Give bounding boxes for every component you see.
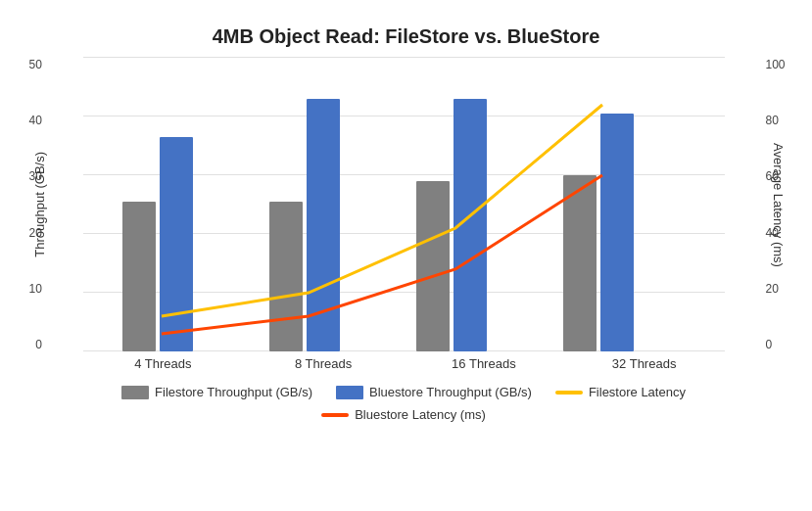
legend-label-filestore-throughput: Filestore Throughput (GB/s) [155,385,312,399]
x-label-32threads: 32 Threads [564,356,725,371]
chart-title: 4MB Object Read: FileStore vs. BlueStore [24,16,788,48]
legend-box-blue [336,386,363,399]
x-label-8threads: 8 Threads [243,356,404,371]
bar-group-1 [122,137,201,351]
chart-area: 50 40 30 20 10 0 Throughput (GB/s) 100 8… [83,58,725,351]
bar-filestore-4 [563,175,597,351]
x-label-4threads: 4 Threads [83,356,244,371]
bar-bluestore-4 [600,114,634,351]
bar-filestore-1 [122,202,156,351]
legend-label-bluestore-throughput: Bluestore Throughput (GB/s) [369,385,532,399]
x-labels: 4 Threads 8 Threads 16 Threads 32 Thread… [83,356,725,371]
legend-box-gray [121,386,149,399]
bar-group-2 [269,99,348,351]
legend-filestore-throughput: Filestore Throughput (GB/s) [121,385,312,399]
legend-bluestore-throughput: Bluestore Throughput (GB/s) [336,385,532,399]
filestore-latency-line [162,105,602,316]
bar-group-3 [416,99,495,351]
bar-filestore-2 [269,202,303,351]
chart-container: 4MB Object Read: FileStore vs. BlueStore… [24,16,788,495]
legend-line-red [321,413,349,417]
bars-and-lines [83,58,725,351]
y-axis-left-title: Throughput (GB/s) [32,152,47,257]
bar-group-4 [563,114,642,351]
y-axis-right-title: Average Latency (ms) [771,143,786,267]
bar-bluestore-1 [160,137,193,351]
legend-bluestore-latency: Bluestore Latency (ms) [321,407,486,422]
bar-bluestore-3 [454,99,487,351]
legend-label-bluestore-latency: Bluestore Latency (ms) [355,407,486,422]
legend: Filestore Throughput (GB/s) Bluestore Th… [83,385,725,422]
grid-line-50 [83,57,725,58]
legend-line-yellow [555,391,583,395]
x-label-16threads: 16 Threads [404,356,564,371]
bluestore-latency-line [162,175,602,334]
legend-filestore-latency: Filestore Latency [555,385,686,399]
legend-label-filestore-latency: Filestore Latency [589,385,686,399]
bar-filestore-3 [416,181,450,351]
bar-bluestore-2 [307,99,340,351]
